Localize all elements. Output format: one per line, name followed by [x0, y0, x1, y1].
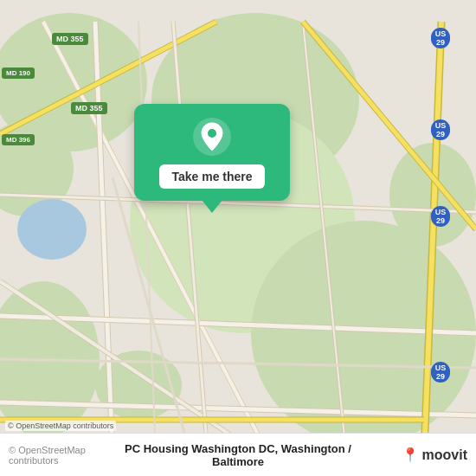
- map-attribution: © OpenStreetMap contributors: [5, 421, 116, 431]
- attribution-text: © OpenStreetMap contributors: [9, 445, 100, 466]
- road-shield-md190: MD 190: [2, 68, 35, 79]
- shield-label: MD 396: [2, 134, 35, 145]
- road-shield-us29-3: US 29: [431, 206, 450, 227]
- road-shield-md396: MD 396: [2, 134, 35, 145]
- take-me-there-button[interactable]: Take me there: [159, 164, 264, 189]
- road-shield-us29-2: US 29: [431, 119, 450, 140]
- shield-label: MD 190: [2, 68, 35, 79]
- location-title: PC Housing Washington DC, Washington / B…: [100, 442, 376, 468]
- map-background: [0, 0, 476, 476]
- shield-label: US 29: [431, 28, 450, 48]
- location-pin-icon: [193, 118, 231, 156]
- svg-point-37: [208, 129, 216, 138]
- map-container: MD 355 MD 355 MD 190 MD 396 US 29 US 29 …: [0, 0, 476, 476]
- road-shield-us29-1: US 29: [431, 28, 450, 48]
- shield-label: US 29: [431, 206, 450, 227]
- location-card: Take me there: [134, 104, 290, 201]
- road-shield-us29-4: US 29: [431, 362, 450, 383]
- moovit-pin-emoji: 📍: [402, 447, 419, 463]
- shield-label: US 29: [431, 362, 450, 383]
- bottom-bar: © OpenStreetMap contributors PC Housing …: [0, 433, 476, 476]
- shield-label: MD 355: [52, 33, 88, 45]
- road-shield-md355-top: MD 355: [52, 33, 88, 45]
- shield-label: US 29: [431, 119, 450, 140]
- shield-label: MD 355: [71, 102, 107, 114]
- road-shield-md355-mid: MD 355: [71, 102, 107, 114]
- moovit-logo: 📍 moovit: [376, 447, 467, 463]
- moovit-label: moovit: [422, 447, 467, 463]
